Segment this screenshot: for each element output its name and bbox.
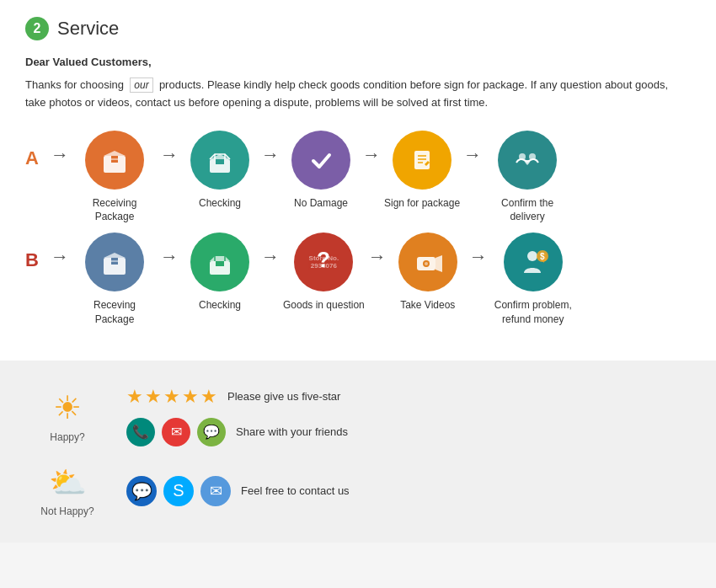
share-icons: 📞 ✉ 💬 <box>126 418 226 446</box>
not-happy-row: ⛅ Not Happy? 💬 S ✉ Feel free to contact … <box>34 465 682 517</box>
not-happy-col: ⛅ Not Happy? <box>34 465 101 517</box>
icon-take-videos <box>398 233 457 291</box>
icon-confirm-problem: $ $ <box>504 233 563 291</box>
icon-checking-b <box>190 233 249 291</box>
not-happy-content: 💬 S ✉ Feel free to contact us <box>126 476 350 506</box>
arrow: → <box>51 248 69 266</box>
svg-rect-18 <box>216 261 224 266</box>
flow-item-label: Receving Package <box>72 298 157 327</box>
stars-row: ★ ★ ★ ★ ★ <box>126 386 217 408</box>
svg-text:?: ? <box>317 247 330 272</box>
sun-icon: ☀ <box>53 389 82 426</box>
section-title: Service <box>57 18 119 40</box>
svg-marker-1 <box>104 151 126 156</box>
happy-col: ☀ Happy? <box>34 389 101 443</box>
flow-item: ? Store No.2938076 Goods in question <box>283 233 365 313</box>
arrow: → <box>362 146 381 164</box>
happy-content: ★ ★ ★ ★ ★ Please give us five-star 📞 ✉ 💬… <box>126 386 348 446</box>
flow-item-label: Receiving Package <box>72 196 157 225</box>
arrow: → <box>261 248 280 266</box>
arrow: → <box>261 146 280 164</box>
svg-rect-6 <box>216 159 224 164</box>
bottom-section: ☀ Happy? ★ ★ ★ ★ ★ Please give us five-s… <box>0 361 716 543</box>
cloud-icon: ⛅ <box>49 465 87 500</box>
section-header: 2 Service <box>25 17 691 40</box>
svg-text:$: $ <box>540 252 545 261</box>
star-2: ★ <box>145 386 162 408</box>
flow-item-label: Confirm problem, refund money <box>491 298 575 327</box>
happy-label: Happy? <box>50 431 84 443</box>
messenger-icon: 💬 <box>126 476 157 506</box>
flow-item: Receiving Package <box>72 131 157 225</box>
flow-item: Take Videos <box>390 233 466 313</box>
arrow: → <box>368 248 387 266</box>
arrow: → <box>469 248 488 266</box>
skype-icon: S <box>163 476 194 506</box>
star-3: ★ <box>163 386 180 408</box>
flow-item-label: Checking <box>199 196 241 211</box>
flow-item: Checking <box>182 131 258 211</box>
star-1: ★ <box>126 386 143 408</box>
arrow: → <box>160 146 179 164</box>
contact-icons: 💬 S ✉ <box>126 476 231 506</box>
flow-label-b: B <box>25 249 42 271</box>
phone-icon: 📞 <box>126 418 155 446</box>
arrow: → <box>463 146 482 164</box>
flow-item: Checking <box>182 233 258 313</box>
contact-text: Feel free to contact us <box>241 484 350 497</box>
flow-item-label: Goods in question <box>283 298 365 313</box>
icon-receving <box>85 233 144 291</box>
main-content: 2 Service Dear Valued Customers, Thanks … <box>0 0 716 361</box>
flow-item-label: Sign for package <box>384 196 460 211</box>
flow-label-a: A <box>25 147 42 169</box>
svg-marker-21 <box>435 255 442 272</box>
star-5: ★ <box>200 386 217 408</box>
svg-point-12 <box>529 153 536 160</box>
mail-icon: ✉ <box>162 418 190 446</box>
flow-item: Sign for package <box>384 131 460 211</box>
icon-receiving <box>85 131 144 190</box>
flow-item-label: Checking <box>199 298 241 313</box>
svg-rect-7 <box>414 151 430 169</box>
flow-item: Confirm the delivery <box>485 131 569 225</box>
icon-sign-package <box>393 131 452 190</box>
svg-point-23 <box>425 262 428 265</box>
greeting-text: Dear Valued Customers, <box>25 56 691 68</box>
flow-row-b: B → Receving Package → <box>25 233 691 327</box>
svg-marker-14 <box>104 253 126 258</box>
flow-item-label: No Damage <box>294 196 348 211</box>
icon-checking <box>190 131 249 190</box>
icon-goods-question: ? Store No.2938076 <box>294 233 353 291</box>
svg-point-11 <box>519 153 526 160</box>
flow-item: Receving Package <box>72 233 157 327</box>
happy-row: ☀ Happy? ★ ★ ★ ★ ★ Please give us five-s… <box>34 386 682 446</box>
arrow: → <box>160 248 179 266</box>
flow-items-b: Receving Package → Checking → <box>72 233 691 327</box>
description-text: Thanks for choosing our products. Please… <box>25 77 691 112</box>
star-4: ★ <box>182 386 199 408</box>
not-happy-label: Not Happy? <box>40 505 94 517</box>
flow-items-a: Receiving Package → Checking → <box>72 131 691 225</box>
flow-item-label: Take Videos <box>400 298 455 313</box>
five-star-text: Please give us five-star <box>227 390 340 403</box>
flow-row-a: A → Receiving Package → <box>25 131 691 225</box>
desc-highlight: our <box>130 78 152 93</box>
flow-item: $ $ Confirm problem, refund money <box>491 233 575 327</box>
arrow: → <box>51 146 69 164</box>
svg-point-24 <box>527 251 537 261</box>
chat-icon: 💬 <box>197 418 226 446</box>
section-number: 2 <box>25 17 49 40</box>
desc-pre: Thanks for choosing <box>25 78 124 91</box>
email-icon: ✉ <box>200 476 231 506</box>
flow-item: No Damage <box>283 131 359 211</box>
icon-no-damage <box>291 131 350 190</box>
share-text: Share with your friends <box>236 425 348 438</box>
icon-confirm-delivery <box>498 131 557 190</box>
flow-item-label: Confirm the delivery <box>485 196 569 225</box>
